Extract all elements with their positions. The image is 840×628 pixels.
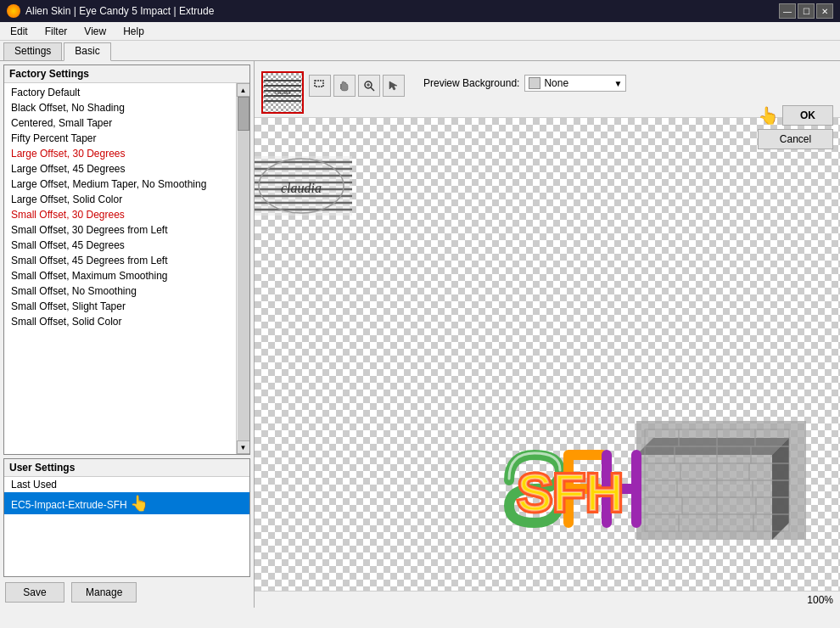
scroll-down-button[interactable]: ▼	[237, 440, 250, 454]
factory-settings-list[interactable]: Factory Default Black Offset, No Shading…	[4, 83, 236, 454]
menu-filter[interactable]: Filter	[38, 24, 75, 39]
list-item[interactable]: Large Offset, 45 Degrees	[4, 161, 236, 177]
user-settings-selected-item[interactable]: EC5-Impact-Extrude-SFH 👆	[4, 492, 249, 514]
arrow-icon: 👆	[130, 494, 148, 513]
window-title: Alien Skin | Eye Candy 5 Impact | Extrud…	[25, 5, 214, 17]
ok-arrow-icon: 👆	[758, 105, 779, 126]
pointer-tool-button[interactable]	[383, 75, 405, 97]
factory-settings-header: Factory Settings	[4, 65, 249, 83]
menu-view[interactable]: View	[77, 24, 113, 39]
zoom-tool-button[interactable]	[358, 75, 380, 97]
scroll-up-button[interactable]: ▲	[237, 83, 250, 97]
right-panel: claudia	[255, 61, 840, 608]
list-item[interactable]: Black Offset, No Shading	[4, 100, 236, 115]
svg-text:SFH: SFH	[518, 464, 624, 521]
list-item[interactable]: Small Offset, No Smoothing	[4, 283, 236, 299]
preview-thumbnail: claudia	[261, 71, 304, 114]
svg-marker-28	[772, 438, 789, 540]
last-used-label: Last Used	[4, 477, 249, 492]
app-icon	[7, 4, 20, 18]
list-item[interactable]: Centered, Small Taper	[4, 115, 236, 131]
list-item[interactable]: Factory Default	[4, 85, 236, 100]
menu-edit[interactable]: Edit	[3, 24, 35, 39]
ok-button[interactable]: OK	[782, 105, 833, 126]
svg-line-9	[371, 87, 374, 91]
factory-settings-scrollbar[interactable]: ▲ ▼	[236, 83, 249, 454]
preview-bg-value: None	[544, 77, 568, 89]
list-item[interactable]: Small Offset, 30 Degrees	[4, 207, 236, 222]
status-bar: 100%	[255, 591, 840, 608]
scroll-thumb[interactable]	[238, 97, 249, 131]
list-item[interactable]: Small Offset, 30 Degrees from Left	[4, 222, 236, 238]
list-item[interactable]: Large Offset, Medium Taper, No Smoothing	[4, 177, 236, 192]
color-swatch	[529, 77, 540, 89]
tab-basic[interactable]: Basic	[64, 42, 110, 61]
tab-settings[interactable]: Settings	[3, 42, 62, 60]
list-item[interactable]: Fifty Percent Taper	[4, 131, 236, 146]
minimize-button[interactable]: —	[779, 3, 796, 19]
save-button[interactable]: Save	[5, 582, 64, 603]
title-bar: Alien Skin | Eye Candy 5 Impact | Extrud…	[0, 0, 840, 22]
list-item[interactable]: Large Offset, Solid Color	[4, 192, 236, 207]
list-item[interactable]: Small Offset, Solid Color	[4, 314, 236, 329]
preview-bg-group: Preview Background: None ▼	[417, 75, 626, 92]
list-item[interactable]: Small Offset, Slight Taper	[4, 299, 236, 314]
user-settings-header: User Settings	[4, 459, 249, 477]
left-panel: Factory Settings Factory Default Black O…	[0, 61, 255, 608]
maximize-button[interactable]: ☐	[798, 3, 815, 19]
menu-help[interactable]: Help	[116, 24, 151, 39]
factory-settings-section: Factory Settings Factory Default Black O…	[3, 64, 250, 455]
hand-tool-button[interactable]	[333, 75, 356, 97]
svg-text:claudia: claudia	[274, 90, 291, 95]
dropdown-arrow-icon: ▼	[613, 79, 622, 88]
close-button[interactable]: ✕	[816, 3, 833, 19]
svg-rect-7	[315, 81, 323, 87]
list-item[interactable]: Small Offset, Maximum Smoothing	[4, 268, 236, 283]
bottom-buttons: Save Manage	[3, 580, 250, 604]
preview-canvas: claudia	[255, 118, 840, 591]
claudia-preview-image: claudia	[255, 152, 356, 220]
user-settings-section: User Settings Last Used EC5-Impact-Extru…	[3, 458, 250, 577]
preview-bg-label: Preview Background:	[423, 77, 519, 89]
tools-group	[309, 75, 405, 97]
list-item[interactable]: Large Offset, 30 Degrees	[4, 146, 236, 161]
zoom-level: 100%	[807, 594, 833, 606]
cancel-button[interactable]: Cancel	[758, 129, 833, 149]
menu-bar: Edit Filter View Help	[0, 22, 840, 41]
list-item[interactable]: Small Offset, 45 Degrees from Left	[4, 253, 236, 268]
main-content: Factory Settings Factory Default Black O…	[0, 61, 840, 608]
ok-cancel-area: 👆 OK Cancel	[758, 105, 833, 149]
list-item[interactable]: Small Offset, 45 Degrees	[4, 238, 236, 253]
manage-button[interactable]: Manage	[71, 582, 137, 603]
graffiti-preview-image: SFH SFH SFH	[467, 353, 806, 540]
select-tool-button[interactable]	[309, 75, 331, 97]
thumbnail-content: claudia	[263, 73, 302, 112]
preview-bg-select[interactable]: None ▼	[524, 75, 626, 92]
svg-text:claudia: claudia	[281, 181, 322, 195]
tabs-bar: Settings Basic	[0, 41, 840, 61]
toolbar-row: claudia	[255, 61, 840, 118]
